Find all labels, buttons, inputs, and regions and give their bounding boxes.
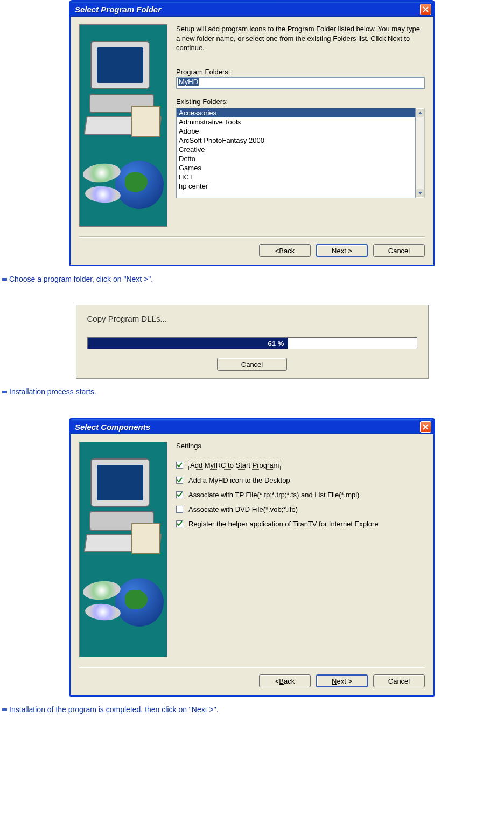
dialog-title: Select Program Folder: [75, 5, 420, 14]
next-button[interactable]: Next >: [316, 674, 368, 687]
checkbox[interactable]: [176, 491, 183, 498]
list-item[interactable]: Adobe: [177, 127, 415, 136]
settings-heading: Settings: [176, 442, 425, 450]
select-components-dialog: Select Components Settings Add MyIRC to …: [69, 418, 435, 697]
instruction-caption: Installation of the program is completed…: [0, 703, 504, 716]
checkbox[interactable]: [176, 477, 183, 484]
listbox-scrollbar[interactable]: [416, 108, 425, 198]
checkbox-row: Add MyIRC to Start Program: [176, 461, 425, 470]
close-icon[interactable]: [420, 4, 431, 15]
back-button[interactable]: < Back: [259, 244, 311, 257]
checkbox-row: Associate with DVD File(*.vob;*.ifo): [176, 505, 425, 513]
checkbox-row: Add a MyHD icon to the Desktop: [176, 476, 425, 484]
caption-text: Choose a program folder, click on "Next …: [9, 275, 153, 283]
checkbox-row: Associate with TP File(*.tp;*.trp;*.ts) …: [176, 491, 425, 499]
list-item[interactable]: hp center: [177, 182, 415, 191]
svg-rect-2: [2, 708, 7, 711]
cancel-button[interactable]: Cancel: [373, 244, 425, 257]
list-item[interactable]: Administrative Tools: [177, 117, 415, 127]
caption-text: Installation of the program is completed…: [9, 705, 219, 714]
list-item[interactable]: Creative: [177, 145, 415, 154]
copy-dlls-progress-dialog: Copy Program DLLs... 61 % Cancel: [76, 305, 429, 379]
progress-title: Copy Program DLLs...: [87, 314, 417, 323]
progress-percent-label: 61 %: [268, 339, 284, 347]
scroll-up-icon[interactable]: [416, 108, 424, 117]
titlebar: Select Components: [71, 419, 433, 434]
bullet-icon: [2, 389, 7, 394]
checkbox-row: Register the helper application of Titan…: [176, 520, 425, 528]
wizard-sidebar-art: [79, 442, 167, 657]
checkbox[interactable]: [176, 506, 183, 513]
checkbox-label[interactable]: Associate with DVD File(*.vob;*.ifo): [188, 505, 298, 513]
list-item[interactable]: ArcSoft PhotoFantasy 2000: [177, 136, 415, 145]
dialog-description: Setup will add program icons to the Prog…: [176, 24, 425, 53]
wizard-sidebar-art: [79, 24, 167, 227]
list-item[interactable]: Detto: [177, 154, 415, 163]
checkbox[interactable]: [176, 520, 183, 527]
cancel-button[interactable]: Cancel: [217, 358, 287, 371]
scroll-down-icon[interactable]: [416, 189, 424, 198]
next-button[interactable]: Next >: [316, 244, 368, 257]
list-item[interactable]: HCT: [177, 172, 415, 182]
dialog-title: Select Components: [75, 422, 420, 432]
bullet-icon: [2, 277, 7, 282]
instruction-caption: Installation process starts.: [0, 385, 504, 398]
list-item[interactable]: Games: [177, 163, 415, 172]
back-button[interactable]: < Back: [259, 674, 311, 687]
checkbox[interactable]: [176, 462, 183, 469]
program-folders-label: Program Folders:: [176, 68, 425, 76]
titlebar: Select Program Folder: [71, 2, 433, 17]
svg-rect-0: [2, 278, 7, 281]
checkbox-label[interactable]: Register the helper application of Titan…: [188, 520, 379, 528]
select-program-folder-dialog: Select Program Folder Setup will add pro…: [69, 0, 435, 266]
checkbox-label[interactable]: Associate with TP File(*.tp;*.trp;*.ts) …: [188, 491, 359, 499]
checkbox-label[interactable]: Add a MyHD icon to the Desktop: [188, 476, 290, 484]
progress-bar: 61 %: [87, 337, 417, 349]
svg-rect-1: [2, 391, 7, 393]
caption-text: Installation process starts.: [9, 387, 96, 396]
existing-folders-listbox[interactable]: AccessoriesAdministrative ToolsAdobeArcS…: [176, 108, 416, 198]
instruction-caption: Choose a program folder, click on "Next …: [0, 273, 504, 286]
cancel-button[interactable]: Cancel: [373, 674, 425, 687]
close-icon[interactable]: [420, 421, 431, 433]
checkbox-label[interactable]: Add MyIRC to Start Program: [188, 461, 281, 470]
program-folder-input[interactable]: MyHD: [176, 77, 425, 89]
list-item[interactable]: Accessories: [177, 108, 415, 117]
progress-bar-fill: 61 %: [88, 338, 289, 349]
bullet-icon: [2, 707, 7, 712]
existing-folders-label: Existing Folders:: [176, 98, 425, 106]
